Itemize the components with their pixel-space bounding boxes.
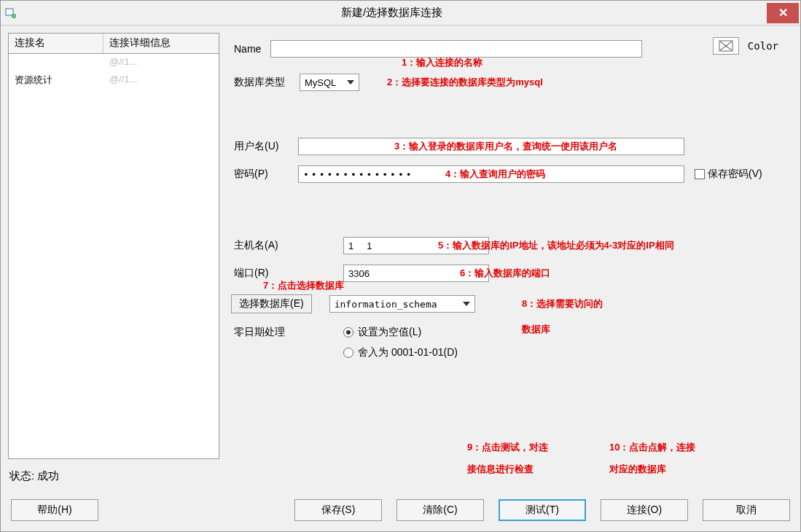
row-details: @//1... bbox=[103, 54, 219, 71]
radio-null-label: 设置为空值(L) bbox=[358, 326, 421, 339]
select-database-button[interactable]: 选择数据库(E) bbox=[231, 294, 312, 313]
table-row[interactable]: @//1... bbox=[9, 54, 219, 71]
right-panel: Name 1：输入连接的名称 Color 数据库类型 MySQL 2：选择要连接… bbox=[227, 33, 793, 486]
left-panel: 连接名 连接详细信息 @//1... 资源统计 @//1... 状态: 成功 bbox=[8, 33, 219, 486]
col-name[interactable]: 连接名 bbox=[9, 34, 103, 53]
annotation-10a: 10：点击点解，连接 bbox=[609, 441, 695, 454]
annotation-6: 6：输入数据库的端口 bbox=[460, 267, 550, 280]
checkbox-icon bbox=[695, 169, 705, 179]
status-value: 成功 bbox=[37, 469, 59, 482]
dbtype-label: 数据库类型 bbox=[234, 76, 300, 89]
database-dropdown[interactable]: information_schema bbox=[329, 295, 475, 313]
zerodate-row: 零日期处理 设置为空值(L) 舍入为 0001-01-01(D) bbox=[234, 326, 786, 359]
dialog-window: 新建/选择数据库连接 ✕ 连接名 连接详细信息 @//1... 资源统计 @ bbox=[0, 0, 801, 532]
color-swatch-icon[interactable] bbox=[713, 37, 739, 55]
zerodate-label: 零日期处理 bbox=[234, 326, 329, 339]
help-button[interactable]: 帮助(H) bbox=[11, 499, 98, 521]
annotation-2: 2：选择要连接的数据库类型为mysql bbox=[387, 76, 543, 89]
test-button[interactable]: 测试(T) bbox=[499, 499, 586, 521]
window-title: 新建/选择数据库连接 bbox=[17, 6, 767, 20]
port-label: 端口(R) bbox=[234, 267, 329, 280]
radio-icon bbox=[343, 348, 353, 358]
save-pass-label: 保存密码(V) bbox=[708, 168, 762, 181]
annotation-4: 4：输入查询用户的密码 bbox=[445, 168, 545, 181]
row-details: @//1... bbox=[103, 71, 219, 89]
pass-label: 密码(P) bbox=[234, 168, 298, 181]
status-label: 状态: bbox=[9, 469, 34, 482]
user-label: 用户名(U) bbox=[234, 140, 298, 153]
user-row: 用户名(U) 3：输入登录的数据库用户名，查询统一使用该用户名 bbox=[234, 136, 786, 157]
svg-rect-0 bbox=[6, 9, 13, 15]
app-icon bbox=[5, 7, 17, 19]
table-header: 连接名 连接详细信息 bbox=[9, 34, 219, 54]
annotation-10b: 对应的数据库 bbox=[609, 463, 666, 476]
radio-icon bbox=[343, 327, 353, 337]
table-row[interactable]: 资源统计 @//1... bbox=[9, 71, 219, 89]
radio-round-label: 舍入为 0001-01-01(D) bbox=[358, 346, 458, 359]
host-label: 主机名(A) bbox=[234, 239, 329, 252]
annotation-8a: 8：选择需要访问的 bbox=[522, 297, 603, 310]
port-row: 端口(R) 6：输入数据库的端口 7：点击选择数据库 bbox=[234, 263, 786, 283]
dbtype-row: 数据库类型 MySQL 2：选择要连接的数据库类型为mysql bbox=[234, 72, 786, 93]
row-name: 资源统计 bbox=[9, 71, 103, 89]
name-row: Name 1：输入连接的名称 bbox=[234, 39, 786, 59]
dbtype-dropdown[interactable]: MySQL bbox=[300, 74, 359, 91]
connect-button[interactable]: 连接(O) bbox=[601, 499, 688, 521]
col-details[interactable]: 连接详细信息 bbox=[103, 34, 219, 53]
db-value: information_schema bbox=[335, 299, 437, 310]
annotation-9a: 9：点击测试，对连 bbox=[467, 441, 548, 454]
row-name bbox=[9, 54, 103, 71]
clear-button[interactable]: 清除(C) bbox=[396, 499, 484, 521]
radio-null[interactable]: 设置为空值(L) bbox=[343, 326, 458, 339]
selectdb-row: 选择数据库(E) information_schema 8：选择需要访问的 数据… bbox=[234, 294, 786, 314]
cancel-button[interactable]: 取消 bbox=[703, 499, 790, 521]
connections-table: 连接名 连接详细信息 @//1... 资源统计 @//1... bbox=[8, 33, 219, 459]
title-bar: 新建/选择数据库连接 ✕ bbox=[1, 1, 800, 26]
content-area: 连接名 连接详细信息 @//1... 资源统计 @//1... 状态: 成功 bbox=[1, 26, 800, 493]
chevron-down-icon bbox=[463, 302, 470, 306]
annotation-3: 3：输入登录的数据库用户名，查询统一使用该用户名 bbox=[394, 140, 617, 153]
name-label: Name bbox=[234, 43, 270, 55]
footer-buttons: 帮助(H) 保存(S) 清除(C) 测试(T) 连接(O) 取消 bbox=[1, 493, 800, 531]
annotation-1: 1：输入连接的名称 bbox=[402, 56, 482, 69]
color-label: Color bbox=[748, 40, 778, 52]
chevron-down-icon bbox=[347, 80, 354, 85]
name-input[interactable] bbox=[270, 40, 642, 58]
status-row: 状态: 成功 bbox=[8, 466, 219, 486]
close-icon: ✕ bbox=[778, 6, 788, 20]
color-picker[interactable]: Color bbox=[713, 37, 778, 55]
close-button[interactable]: ✕ bbox=[767, 3, 799, 23]
host-row: 主机名(A) 5：输入数据库的IP地址，该地址必须为4-3对应的IP相同 bbox=[234, 235, 786, 256]
save-button[interactable]: 保存(S) bbox=[294, 499, 382, 521]
annotation-9b: 接信息进行检查 bbox=[467, 463, 534, 476]
pass-row: 密码(P) 保存密码(V) 4：输入查询用户的密码 bbox=[234, 164, 786, 184]
annotation-7: 7：点击选择数据库 bbox=[263, 279, 344, 292]
annotation-5: 5：输入数据库的IP地址，该地址必须为4-3对应的IP相同 bbox=[438, 239, 674, 252]
zerodate-radio-group: 设置为空值(L) 舍入为 0001-01-01(D) bbox=[343, 326, 458, 359]
save-pass-checkbox[interactable]: 保存密码(V) bbox=[695, 168, 762, 181]
dbtype-value: MySQL bbox=[305, 77, 336, 88]
radio-round[interactable]: 舍入为 0001-01-01(D) bbox=[343, 346, 458, 359]
